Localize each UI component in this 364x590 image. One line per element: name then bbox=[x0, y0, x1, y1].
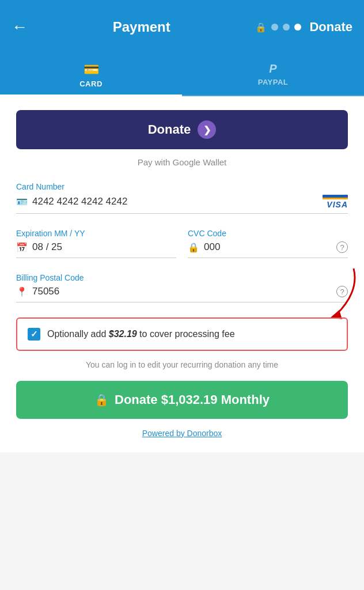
donate-stripe-button[interactable]: Donate bbox=[16, 110, 348, 149]
paypal-tab-label: PAYPAL bbox=[258, 78, 289, 86]
postal-group: Billing Postal Code 📍 75056 ? bbox=[16, 273, 348, 302]
card-number-group: Card Number 🪪 4242 4242 4242 4242 VISA bbox=[16, 182, 348, 214]
header-right: 🔒 Donate bbox=[255, 20, 352, 35]
expiry-group: Expiration MM / YY 📅 08 / 25 bbox=[16, 229, 176, 258]
card-tab-icon: 💳 bbox=[84, 62, 99, 77]
card-field-icon: 🪪 bbox=[16, 196, 28, 207]
donate-monthly-lock-icon: 🔒 bbox=[94, 393, 109, 407]
donate-chevron-icon bbox=[198, 120, 216, 139]
lock-field-icon: 🔒 bbox=[188, 242, 199, 253]
location-icon: 📍 bbox=[16, 286, 28, 297]
postal-label: Billing Postal Code bbox=[16, 273, 348, 282]
donate-monthly-button[interactable]: 🔒 Donate $1,032.19 Monthly bbox=[16, 381, 348, 419]
processing-fee-container: Optionally add $32.19 to cover processin… bbox=[16, 317, 348, 351]
google-wallet-label: Pay with Google Wallet bbox=[16, 157, 348, 167]
paypal-tab-icon: P bbox=[269, 62, 276, 75]
postal-help-icon[interactable]: ? bbox=[336, 286, 348, 297]
step-dot-2 bbox=[283, 24, 290, 31]
cvc-label: CVC Code bbox=[188, 229, 348, 238]
recurring-note: You can log in to edit your recurring do… bbox=[16, 360, 348, 369]
cvc-group: CVC Code 🔒 000 ? bbox=[188, 229, 348, 258]
step-dot-1 bbox=[271, 24, 278, 31]
processing-fee-checkbox[interactable] bbox=[28, 328, 40, 341]
payment-tabs: 💳 CARD P PAYPAL bbox=[0, 54, 364, 96]
page-title: Payment bbox=[113, 19, 170, 35]
card-number-field[interactable]: 🪪 4242 4242 4242 4242 VISA bbox=[16, 195, 348, 214]
calendar-icon: 📅 bbox=[16, 242, 28, 253]
expiry-value: 08 / 25 bbox=[32, 241, 176, 253]
postal-field[interactable]: 📍 75056 ? bbox=[16, 286, 348, 302]
payment-content: Donate Pay with Google Wallet Card Numbe… bbox=[0, 96, 364, 452]
status-icons: 🔒 bbox=[255, 22, 301, 33]
expiry-cvc-row: Expiration MM / YY 📅 08 / 25 CVC Code 🔒 … bbox=[16, 229, 348, 273]
cvc-help-icon[interactable]: ? bbox=[336, 241, 348, 253]
lock-icon: 🔒 bbox=[255, 22, 267, 33]
donate-stripe-label: Donate bbox=[148, 122, 191, 137]
powered-by: Powered by Donorbox bbox=[16, 428, 348, 438]
card-number-value: 4242 4242 4242 4242 bbox=[32, 196, 318, 207]
postal-value: 75056 bbox=[32, 286, 332, 297]
expiry-label: Expiration MM / YY bbox=[16, 229, 176, 238]
cvc-field[interactable]: 🔒 000 ? bbox=[188, 241, 348, 258]
cvc-value: 000 bbox=[204, 241, 332, 253]
step-dot-3 bbox=[294, 24, 301, 31]
expiry-field[interactable]: 📅 08 / 25 bbox=[16, 241, 176, 258]
donate-monthly-label: Donate $1,032.19 Monthly bbox=[115, 392, 270, 407]
processing-fee-amount: $32.19 bbox=[109, 329, 137, 339]
tab-paypal[interactable]: P PAYPAL bbox=[182, 54, 364, 95]
processing-fee-text: Optionally add $32.19 to cover processin… bbox=[47, 329, 235, 339]
card-number-label: Card Number bbox=[16, 182, 348, 191]
card-tab-label: CARD bbox=[79, 80, 103, 88]
tab-card[interactable]: 💳 CARD bbox=[0, 54, 182, 95]
header-donate-button[interactable]: Donate bbox=[309, 20, 352, 35]
donorbox-link[interactable]: Powered by Donorbox bbox=[142, 429, 222, 438]
back-button[interactable]: ← bbox=[12, 18, 28, 36]
header: ← Payment 🔒 Donate bbox=[0, 0, 364, 54]
processing-fee-box: Optionally add $32.19 to cover processin… bbox=[16, 317, 348, 351]
visa-badge: VISA bbox=[323, 195, 348, 209]
